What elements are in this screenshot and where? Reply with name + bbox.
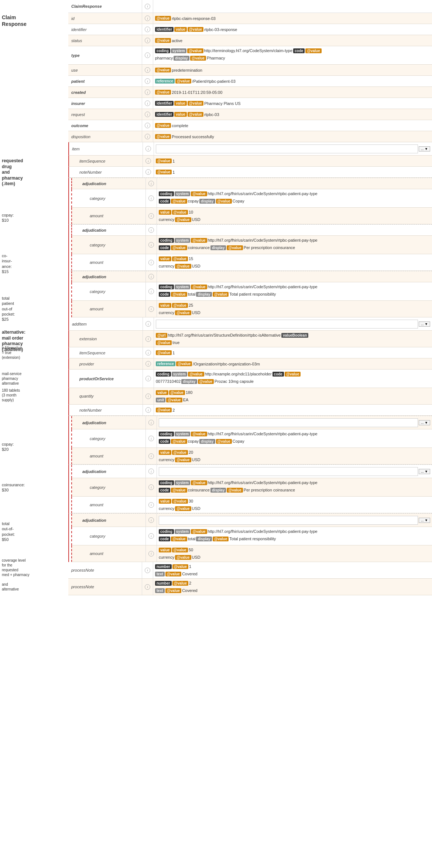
outcome-values: @value complete bbox=[153, 120, 432, 131]
at-value-tag-use: @value bbox=[155, 68, 171, 72]
at-value-adj2-amt: @value bbox=[172, 256, 188, 261]
info-icon-adj-copay-cat[interactable]: i bbox=[148, 436, 154, 441]
adj-copay-category-values: coding system @value http://hl7.org/fhir… bbox=[157, 429, 432, 447]
info-icon-additem-notenumber[interactable]: i bbox=[145, 407, 151, 413]
info-icon-adj-coins-cat[interactable]: i bbox=[148, 484, 154, 490]
info-icon-extension[interactable]: i bbox=[145, 336, 151, 342]
info-icon-quantity[interactable]: i bbox=[145, 394, 151, 399]
at-value-pn1-text: @value bbox=[165, 572, 181, 576]
info-icon[interactable]: i bbox=[145, 4, 150, 9]
adj2-category-display: Per prescription coinsurance bbox=[244, 245, 295, 250]
adjudication3-info: i bbox=[146, 271, 157, 282]
use-value-text: predetermination bbox=[172, 68, 202, 72]
info-icon-use[interactable]: i bbox=[145, 67, 150, 73]
adj-coins-category-info: i bbox=[146, 478, 157, 496]
adj2-amount-info: i bbox=[146, 254, 157, 270]
adj-total-display: Total patient responsibility bbox=[229, 537, 276, 541]
adj-copay-expand-btn[interactable]: ... ▼ bbox=[419, 420, 430, 425]
number-tag-pn1: number bbox=[155, 564, 172, 569]
info-icon-adj1[interactable]: i bbox=[148, 181, 154, 186]
adj-total-expand-btn[interactable]: ... ▼ bbox=[419, 518, 430, 523]
adj-total-header-row: adjudication i ... ▼ bbox=[71, 514, 432, 527]
info-icon-additem[interactable]: i bbox=[145, 321, 151, 327]
at-value-pn2-text: @value bbox=[165, 588, 181, 593]
adj-total-code: total bbox=[188, 537, 196, 541]
created-values: @value 2019-11-01T11:20:59-05:00 bbox=[153, 87, 432, 98]
adj-coins-category-fname: category bbox=[72, 478, 146, 496]
valueboolean-tag: valueBoolean bbox=[281, 333, 308, 338]
info-icon-type[interactable]: i bbox=[145, 52, 150, 58]
patient-row: patient i reference @value /Patient/rtpb… bbox=[68, 76, 432, 87]
info-icon-adj2[interactable]: i bbox=[148, 227, 154, 233]
status-values: @value active bbox=[153, 35, 432, 46]
info-icon-id[interactable]: i bbox=[145, 16, 150, 21]
info-icon-notenumber[interactable]: i bbox=[145, 169, 151, 175]
info-icon-insurer[interactable]: i bbox=[145, 101, 150, 106]
adj-coins-currency: USD bbox=[192, 506, 200, 511]
info-icon-disposition[interactable]: i bbox=[145, 134, 150, 139]
adj-total-category-fname: category bbox=[72, 527, 146, 545]
item-expand-btn[interactable]: ... ▼ bbox=[419, 146, 430, 152]
info-icon-adj3-cat[interactable]: i bbox=[148, 289, 154, 294]
info-icon-adj-total[interactable]: i bbox=[148, 517, 154, 523]
info-icon-created[interactable]: i bbox=[145, 89, 150, 95]
info-icon-adj3-amount[interactable]: i bbox=[148, 306, 154, 312]
adj2-category-values: coding system @value http://hl7.org/fhir… bbox=[157, 236, 432, 254]
info-icon-pn2[interactable]: i bbox=[145, 584, 150, 590]
info-icon-identifier[interactable]: i bbox=[145, 27, 150, 32]
provider-value: /Organization/rtpbc-organization-03m bbox=[193, 362, 260, 366]
info-icon-adj-coins-amount[interactable]: i bbox=[148, 502, 154, 508]
adjudication2-values bbox=[157, 225, 432, 235]
additem-expand-btn[interactable]: ... ▼ bbox=[419, 321, 430, 327]
adjudication2-field-name: adjudication bbox=[72, 225, 146, 235]
at-value-coins-sys: @value bbox=[191, 480, 207, 485]
itemsequence-row: itemSequence i @value 1 bbox=[68, 156, 432, 167]
info-icon-adj1-amount[interactable]: i bbox=[148, 213, 154, 219]
info-icon-status[interactable]: i bbox=[145, 38, 150, 43]
info-icon-adj2-amount[interactable]: i bbox=[148, 260, 154, 265]
info-icon-item[interactable]: i bbox=[145, 146, 151, 152]
info-icon-pos[interactable]: i bbox=[145, 376, 151, 381]
info-icon-additem-itemseq[interactable]: i bbox=[145, 350, 151, 355]
pos-system: http://example.org/ndc11/placeholder bbox=[205, 372, 272, 376]
adj-coins-expand-btn[interactable]: ... ▼ bbox=[419, 469, 430, 474]
adj2-amount-values: value @value 15 currency @value USD bbox=[157, 254, 432, 270]
adj-coins-info: i bbox=[146, 465, 157, 478]
type-values: coding system @value http://terminology.… bbox=[153, 46, 432, 64]
adj3-amount-values: value @value 25 currency @value USD bbox=[157, 301, 432, 317]
info-icon-adj1-cat[interactable]: i bbox=[148, 195, 154, 201]
info-icon-adj-copay[interactable]: i bbox=[148, 420, 154, 425]
info-icon-adj2-cat[interactable]: i bbox=[148, 242, 154, 248]
adjudication2-info: i bbox=[146, 225, 157, 235]
identifier-tag-insurer: identifier bbox=[155, 101, 174, 106]
info-icon-adj-total-cat[interactable]: i bbox=[148, 533, 154, 539]
adj2-category-row: category i coding system @value http://h… bbox=[71, 236, 432, 254]
info-icon-adj3[interactable]: i bbox=[148, 274, 154, 279]
info-icon-adj-coins[interactable]: i bbox=[148, 469, 154, 474]
at-value-pos-sys: @value bbox=[188, 372, 204, 377]
additem-section-row: addItem i ... ▼ bbox=[68, 317, 432, 331]
notenumber-value-text: 1 bbox=[172, 170, 175, 174]
info-icon-outcome[interactable]: i bbox=[145, 123, 150, 128]
at-value-coins-cur: @value bbox=[175, 506, 191, 511]
info-icon-adj-copay-amount[interactable]: i bbox=[148, 453, 154, 459]
info-icon-patient[interactable]: i bbox=[145, 78, 150, 84]
code-tag-total: code bbox=[159, 537, 170, 541]
text-tag-pn1: text bbox=[155, 572, 165, 576]
notenumber-field-name: noteNumber bbox=[69, 167, 143, 177]
processnote2-field-name: processNote bbox=[68, 579, 142, 595]
code-tag-type: code bbox=[293, 48, 305, 53]
type-system-text: http://terminology.hl7.org/CodeSystem/cl… bbox=[204, 48, 292, 53]
adj-copay-category-row: category i coding system @value http://h… bbox=[71, 429, 432, 448]
info-icon-adj-total-amount[interactable]: i bbox=[148, 551, 154, 556]
value-tag-insurer: value bbox=[174, 101, 187, 106]
adj3-amount-info: i bbox=[146, 301, 157, 317]
info-icon-request[interactable]: i bbox=[145, 112, 150, 117]
at-value-adj3-sys: @value bbox=[191, 285, 207, 289]
info-icon-itemsequence[interactable]: i bbox=[145, 158, 151, 164]
info-icon-provider[interactable]: i bbox=[145, 361, 151, 367]
at-value-pn2-num: @value bbox=[172, 581, 188, 586]
at-value-extension: @value bbox=[156, 340, 172, 345]
id-row: id i @value rtpbc-claim-response-03 bbox=[68, 13, 432, 24]
info-icon-pn1[interactable]: i bbox=[145, 568, 150, 573]
